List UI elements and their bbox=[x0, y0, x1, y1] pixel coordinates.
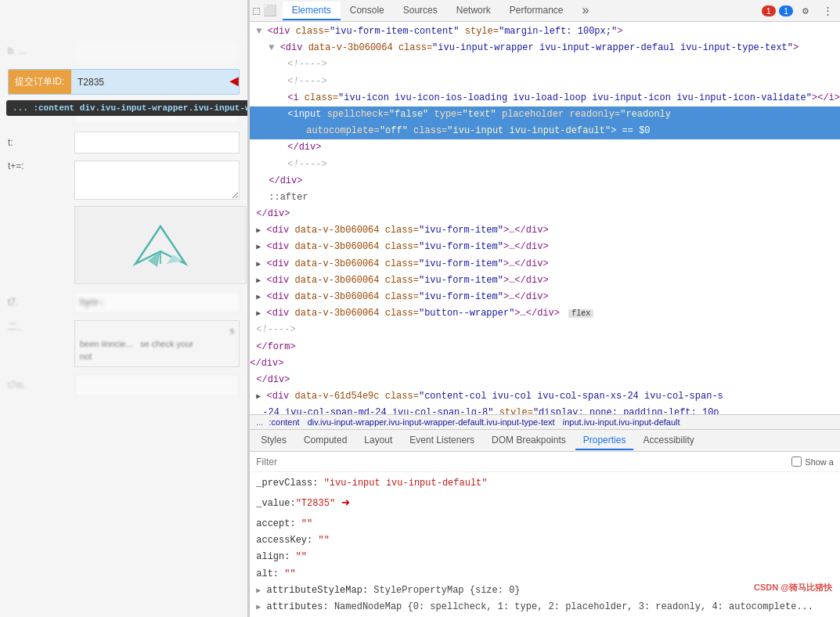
prop-attribute-style-map: ▶ attributeStyleMap: StylePropertyMap {s… bbox=[256, 583, 834, 599]
form-label-t7: t7. bbox=[8, 297, 74, 308]
notice-row: 二、 s been iinncie... se check your not bbox=[8, 320, 240, 367]
tooltip-classname: ... :content div.ivu-input-wrapper.ivu-i… bbox=[13, 103, 248, 113]
tab-dom-breakpoints[interactable]: DOM Breakpoints bbox=[484, 431, 574, 450]
image-placeholder bbox=[74, 206, 247, 284]
properties-content: _prevClass: "ivu-input ivu-input-default… bbox=[250, 472, 840, 617]
breadcrumb-input[interactable]: input.ivu-input.ivu-input-default bbox=[563, 417, 680, 427]
form-input-t[interactable] bbox=[74, 132, 240, 153]
form-label: b. ... bbox=[8, 45, 74, 56]
prop-value: _value: "T2835" ➜ bbox=[256, 492, 834, 516]
dom-line-5[interactable]: <i class="ivu-icon ivu-icon-ios-loading … bbox=[250, 90, 840, 106]
watermark: CSDN @骑马比猪快 bbox=[754, 582, 832, 594]
breadcrumb-ellipsis: ... bbox=[256, 417, 263, 427]
bottom-tabs: Styles Computed Layout Event Listeners D… bbox=[250, 430, 840, 452]
dom-line-12[interactable]: </div> bbox=[250, 206, 840, 222]
form-input-bottom[interactable] bbox=[74, 374, 240, 396]
tab-computed[interactable]: Computed bbox=[296, 431, 355, 450]
prop-alt: alt: "" bbox=[256, 566, 834, 583]
dom-line-16[interactable]: ▶ <div data-v-3b060064 class="ivu-form-i… bbox=[250, 272, 840, 289]
show-all-label: Show a bbox=[791, 456, 834, 467]
form-row-t7: t7. bbox=[8, 290, 240, 314]
notice-label: 二、 bbox=[8, 320, 74, 334]
dom-line-6-selected[interactable]: <input spellcheck="false" type="text" pl… bbox=[250, 106, 840, 123]
dom-tree[interactable]: ▼ <div class="ivu-form-item-content" sty… bbox=[250, 22, 840, 414]
dom-line-23b[interactable]: -24 ivu-col-span-md-24 ivu-col-span-lg-8… bbox=[250, 405, 840, 414]
devtools-right-icons: 1 1 ⚙ ⋮ bbox=[762, 2, 837, 20]
dom-line-19[interactable]: <!----> bbox=[250, 322, 840, 338]
tab-performance[interactable]: Performance bbox=[500, 2, 573, 20]
dom-line-18[interactable]: ▶ <div data-v-3b060064 class="button--wr… bbox=[250, 305, 840, 322]
tab-layout[interactable]: Layout bbox=[356, 431, 400, 450]
inspect-icon[interactable]: ⬚ bbox=[253, 4, 259, 17]
prop-accept: accept: "" bbox=[256, 516, 834, 532]
dom-line-21[interactable]: </div> bbox=[250, 355, 840, 372]
prop-attributes: ▶ attributes: NamedNodeMap {0: spellchec… bbox=[256, 599, 834, 615]
dom-line-3[interactable]: <!----> bbox=[250, 56, 840, 73]
info-badge: 1 bbox=[779, 5, 793, 16]
dom-line-7-selected[interactable]: autocomplete="off" class="ivu-input ivu-… bbox=[250, 123, 840, 139]
dom-line-20[interactable]: </form> bbox=[250, 339, 840, 355]
tab-elements[interactable]: Elements bbox=[283, 2, 341, 20]
form-row-t: t: bbox=[8, 131, 240, 154]
dom-line-1[interactable]: ▼ <div class="ivu-form-item-content" sty… bbox=[250, 23, 840, 40]
bottom-panel: Styles Computed Layout Event Listeners D… bbox=[250, 429, 840, 617]
upload-icon bbox=[129, 218, 192, 272]
prop-prev-class: _prevClass: "ivu-input ivu-input-default… bbox=[256, 475, 834, 492]
more-icon[interactable]: ⋮ bbox=[818, 2, 837, 20]
flex-badge: flex bbox=[568, 309, 593, 318]
filter-input[interactable] bbox=[256, 456, 791, 467]
dom-line-23[interactable]: ▶ <div data-v-61d54e9c class="content-co… bbox=[250, 388, 840, 405]
dom-line-4[interactable]: <!----> bbox=[250, 74, 840, 90]
form-label-textarea: t+=: bbox=[8, 161, 74, 171]
red-arrow-left: ◄ bbox=[229, 73, 239, 91]
dom-line-10[interactable]: </div> bbox=[250, 173, 840, 189]
devtools-top-tabs: ⬚ ⬜ Elements Console Sources Network Per… bbox=[250, 0, 840, 22]
tab-network[interactable]: Network bbox=[447, 2, 500, 20]
tab-properties[interactable]: Properties bbox=[575, 431, 634, 450]
dom-line-17[interactable]: ▶ <div data-v-3b060064 class="ivu-form-i… bbox=[250, 289, 840, 305]
dom-line-15[interactable]: ▶ <div data-v-3b060064 class="ivu-form-i… bbox=[250, 256, 840, 272]
filter-bar: Show a bbox=[250, 452, 840, 472]
red-arrow-props: ➜ bbox=[341, 493, 350, 515]
dom-line-14[interactable]: ▶ <div data-v-3b060064 class="ivu-form-i… bbox=[250, 239, 840, 255]
dom-line-8[interactable]: </div> bbox=[250, 139, 840, 156]
breadcrumb-bar: ... :content div.ivu-input-wrapper.ivu-i… bbox=[250, 414, 840, 429]
notice-content: s been iinncie... se check your not bbox=[74, 320, 240, 367]
dom-line-9[interactable]: <!----> bbox=[250, 157, 840, 173]
order-id-row: 提交订单ID: T2835 ◄ bbox=[8, 69, 240, 95]
error-badge: 1 bbox=[762, 5, 776, 16]
form-textarea[interactable] bbox=[74, 161, 240, 200]
form-label-t: t: bbox=[8, 137, 74, 148]
tab-styles[interactable]: Styles bbox=[253, 431, 294, 450]
form-row-textarea: t+=: bbox=[8, 161, 240, 200]
form-label-bottom: t7m. bbox=[8, 380, 74, 391]
settings-icon[interactable]: ⚙ bbox=[796, 2, 815, 20]
form-input-t7[interactable] bbox=[74, 291, 240, 313]
tab-accessibility[interactable]: Accessibility bbox=[635, 431, 701, 450]
prop-align: align: "" bbox=[256, 549, 834, 565]
tab-sources[interactable]: Sources bbox=[394, 2, 447, 20]
form-row-bottom: t7m. bbox=[8, 373, 240, 397]
left-panel: ... :content div.ivu-input-wrapper.ivu-i… bbox=[0, 0, 248, 617]
form-row-blurred-1: b. ... bbox=[8, 39, 240, 63]
dom-line-13[interactable]: ▶ <div data-v-3b060064 class="ivu-form-i… bbox=[250, 222, 840, 239]
tab-console[interactable]: Console bbox=[341, 2, 394, 20]
tab-more[interactable]: » bbox=[573, 0, 599, 22]
tab-event-listeners[interactable]: Event Listeners bbox=[402, 431, 482, 450]
dom-line-after[interactable]: ::after bbox=[250, 189, 840, 206]
breadcrumb-content[interactable]: :content bbox=[269, 417, 299, 427]
form-input[interactable] bbox=[74, 40, 240, 62]
breadcrumb-wrapper[interactable]: div.ivu-input-wrapper.ivu-input-wrapper-… bbox=[308, 417, 555, 427]
dom-line-2[interactable]: ▼ <div data-v-3b060064 class="ivu-input-… bbox=[250, 40, 840, 56]
dom-line-22[interactable]: </div> bbox=[250, 372, 840, 388]
show-all-checkbox[interactable] bbox=[791, 456, 802, 467]
devtools-panel: ⬚ ⬜ Elements Console Sources Network Per… bbox=[248, 0, 840, 617]
prop-access-key: accessKey: "" bbox=[256, 532, 834, 549]
order-id-label: 提交订单ID: bbox=[9, 70, 71, 94]
element-tooltip: ... :content div.ivu-input-wrapper.ivu-i… bbox=[6, 100, 248, 116]
device-icon[interactable]: ⬜ bbox=[263, 4, 276, 17]
order-id-value: T2835 bbox=[71, 77, 226, 88]
